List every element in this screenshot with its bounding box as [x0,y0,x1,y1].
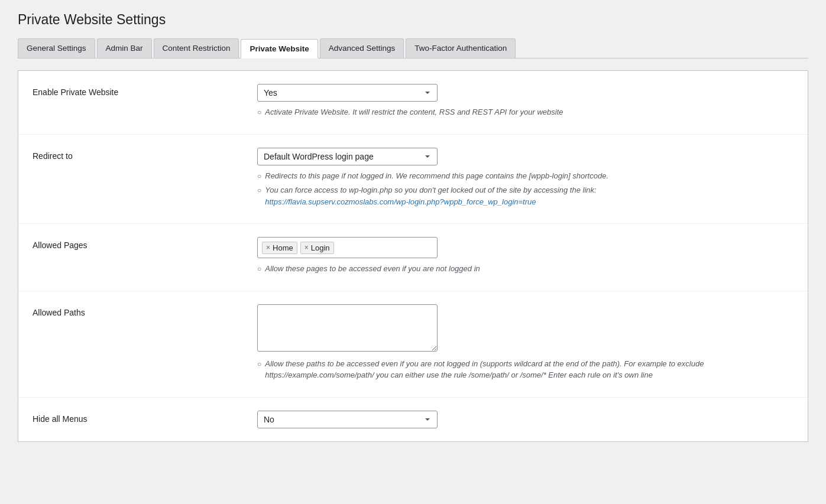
hide-all-menus-label: Hide all Menus [33,411,257,424]
allowed-pages-hint: Allow these pages to be accessed even if… [265,263,480,275]
allowed-paths-control: Allow these paths to be accessed even if… [257,304,793,384]
enable-private-website-label: Enable Private Website [33,84,257,97]
tabs-bar: General Settings Admin Bar Content Restr… [18,38,808,58]
allowed-pages-control: × Home × Login Allow these pages to be a… [257,237,793,278]
tag-login-remove[interactable]: × [305,244,309,251]
redirect-to-label: Redirect to [33,148,257,161]
enable-private-website-control: Yes No Activate Private Website. It will… [257,84,793,121]
page-title: Private Website Settings [18,12,808,28]
tab-general-settings[interactable]: General Settings [18,38,95,58]
tab-admin-bar[interactable]: Admin Bar [97,38,152,58]
allowed-pages-label: Allowed Pages [33,237,257,250]
tag-home-remove[interactable]: × [266,244,270,251]
tab-private-website[interactable]: Private Website [241,39,318,58]
hide-all-menus-control: No Yes [257,411,793,428]
redirect-to-hint-1: Redirects to this page if not logged in.… [265,170,608,182]
hide-all-menus-select[interactable]: No Yes [257,411,438,428]
tab-two-factor-auth[interactable]: Two-Factor Authentication [406,38,516,58]
redirect-to-control: Default WordPress login page Custom page… [257,148,793,211]
allowed-pages-tags-input[interactable]: × Home × Login [257,237,438,258]
tab-advanced-settings[interactable]: Advanced Settings [320,38,404,58]
allowed-pages-row: Allowed Pages × Home × Login Allow these… [18,224,808,291]
allowed-paths-row: Allowed Paths Allow these paths to be ac… [18,291,808,398]
enable-private-website-select[interactable]: Yes No [257,84,438,102]
redirect-to-hint-2: You can force access to wp-login.php so … [265,184,596,207]
redirect-to-row: Redirect to Default WordPress login page… [18,135,808,225]
hide-all-menus-row: Hide all Menus No Yes [18,398,808,441]
allowed-paths-label: Allowed Paths [33,304,257,317]
enable-private-website-row: Enable Private Website Yes No Activate P… [18,71,808,135]
allowed-paths-textarea[interactable] [257,304,438,352]
tag-home: × Home [262,242,297,254]
tag-login: × Login [300,242,334,254]
enable-private-website-hint: Activate Private Website. It will restri… [265,106,563,118]
redirect-force-login-link[interactable]: https://flavia.supserv.cozmoslabs.com/wp… [265,197,536,206]
settings-panel: Enable Private Website Yes No Activate P… [18,70,808,442]
redirect-to-select[interactable]: Default WordPress login page Custom page [257,148,438,165]
tab-content-restriction[interactable]: Content Restriction [154,38,239,58]
tag-home-label: Home [273,243,293,252]
tag-login-label: Login [311,243,330,252]
allowed-paths-hint: Allow these paths to be accessed even if… [265,358,793,381]
